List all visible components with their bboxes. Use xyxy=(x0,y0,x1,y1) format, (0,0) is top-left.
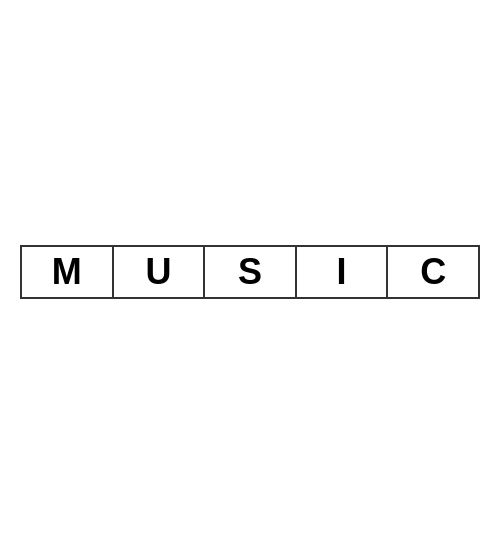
header-col-c: C xyxy=(387,246,479,298)
header-row: MUSIC xyxy=(21,246,479,298)
header-col-s: S xyxy=(204,246,296,298)
header-col-i: I xyxy=(296,246,388,298)
bingo-card: MUSIC xyxy=(20,245,480,299)
header-col-m: M xyxy=(21,246,113,298)
header-col-u: U xyxy=(113,246,205,298)
